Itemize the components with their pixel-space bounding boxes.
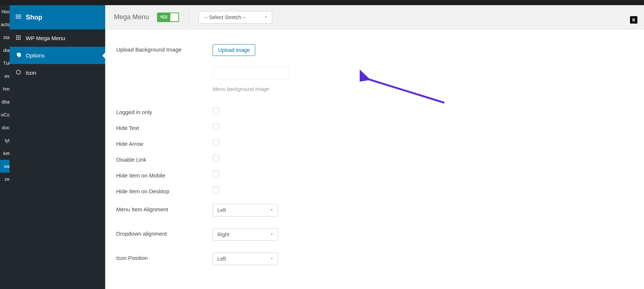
upload-image-button[interactable]: Upload image <box>213 44 255 56</box>
field-label: Hide Arrow <box>116 138 213 147</box>
sidebar-item-options[interactable]: Options <box>10 47 105 64</box>
checkbox[interactable] <box>213 108 219 114</box>
checkbox[interactable] <box>213 139 219 146</box>
divider <box>189 10 189 25</box>
row-disable-link: Disable Link <box>116 151 633 166</box>
wp-admin-item-fragment[interactable]: ea <box>0 160 10 173</box>
wp-admin-item-fragment[interactable]: dba <box>0 95 10 108</box>
upload-bg-label: Upload Background Image <box>116 44 213 53</box>
select-value: Left <box>217 207 226 213</box>
modal-sidebar: Shop WP Mega Menu Options Icon <box>10 5 105 289</box>
wp-admin-sidebar-fragment: hboactsstadiaTuleshmdbaoCoduclytketeaze <box>0 5 10 289</box>
field-label: Logged in only <box>116 107 213 115</box>
row-hide-item-on-desktop: Hide Item on Desktop <box>116 182 633 198</box>
sidebar-item-icon[interactable]: Icon <box>10 64 105 81</box>
row-upload-background: Upload Background Image Upload image Men… <box>116 40 633 96</box>
row-hide-text: Hide Text <box>116 119 633 135</box>
content-area: Upload Background Image Upload image Men… <box>105 29 644 289</box>
wp-admin-item-fragment[interactable]: Tul <box>0 57 10 70</box>
row-dropdown-alignment: Dropdown alignmentRight <box>116 222 633 247</box>
row-menu-item-alignment: Menu Item AlignmentLeft <box>116 198 633 222</box>
field-label: Hide Item on Desktop <box>116 186 213 194</box>
grid-icon <box>15 35 21 42</box>
checkbox[interactable] <box>213 187 219 193</box>
mega-menu-modal: Shop WP Mega Menu Options Icon ✕ Mega Me… <box>10 5 644 289</box>
field-label: Dropdown alignment <box>116 228 213 237</box>
sidebar-item-label: Options <box>26 52 45 59</box>
row-hide-arrow: Hide Arrow <box>116 135 633 151</box>
topbar-title: Mega Menu <box>114 13 149 21</box>
upload-hint: Menu background image <box>213 86 289 92</box>
sidebar-item-label: Icon <box>26 70 36 76</box>
field-label: Hide Text <box>116 123 213 131</box>
sidebar-title-text: Shop <box>26 14 42 21</box>
toggle-label: YES <box>160 13 167 22</box>
wp-admin-item-fragment[interactable]: sta <box>0 31 10 44</box>
select-icon-position[interactable]: Left <box>213 253 278 265</box>
wp-admin-item-fragment[interactable]: lyt <box>0 134 10 147</box>
row-icon-position: Icon PositionLeft <box>116 247 633 271</box>
wp-admin-item-fragment[interactable]: duc <box>0 121 10 134</box>
field-label: Disable Link <box>116 154 213 163</box>
background-image-preview <box>213 67 289 80</box>
hamburger-icon <box>15 13 22 22</box>
chevron-down-icon <box>270 256 274 262</box>
stretch-select[interactable]: -- Select Stretch -- <box>199 11 272 24</box>
chevron-down-icon <box>270 207 274 213</box>
topbar: Mega Menu YES -- Select Stretch -- <box>105 5 644 29</box>
select-value: Left <box>217 256 226 262</box>
checkbox[interactable] <box>213 171 219 177</box>
select-value: Right <box>217 232 230 237</box>
wp-admin-item-fragment[interactable]: hm <box>0 82 10 95</box>
select-menu-item-alignment[interactable]: Left <box>213 204 278 216</box>
wp-admin-item-fragment[interactable]: acts <box>0 18 10 31</box>
wp-admin-item-fragment[interactable]: oCo <box>0 108 10 121</box>
wp-admin-item-fragment[interactable]: ket <box>0 147 10 160</box>
sidebar-item-label: WP Mega Menu <box>26 35 65 41</box>
modal-main: ✕ Mega Menu YES -- Select Stretch -- <box>105 5 644 289</box>
field-label: Menu Item Alignment <box>116 204 213 212</box>
sidebar-title: Shop <box>10 5 105 29</box>
field-label: Hide Item on Mobile <box>116 170 213 179</box>
gear-icon <box>15 52 21 59</box>
row-logged-in-only: Logged in only <box>116 103 633 119</box>
chevron-down-icon <box>270 232 274 237</box>
cube-icon <box>15 69 21 76</box>
mega-menu-toggle[interactable]: YES <box>157 13 179 22</box>
wp-admin-item-fragment[interactable]: ze <box>0 173 10 186</box>
sidebar-item-wp-mega-menu[interactable]: WP Mega Menu <box>10 29 105 47</box>
row-hide-item-on-mobile: Hide Item on Mobile <box>116 166 633 182</box>
wp-admin-item-fragment[interactable]: hbo <box>0 5 10 18</box>
wp-admin-item-fragment[interactable]: es <box>0 70 10 82</box>
chevron-down-icon <box>264 14 268 20</box>
select-dropdown-alignment[interactable]: Right <box>213 228 278 241</box>
wp-admin-item-fragment[interactable]: dia <box>0 44 10 57</box>
checkbox[interactable] <box>213 155 219 162</box>
toggle-knob <box>170 13 178 21</box>
field-label: Icon Position <box>116 253 213 261</box>
stretch-select-value: -- Select Stretch -- <box>204 14 246 20</box>
checkbox[interactable] <box>213 123 219 130</box>
close-button[interactable]: ✕ <box>630 16 637 24</box>
